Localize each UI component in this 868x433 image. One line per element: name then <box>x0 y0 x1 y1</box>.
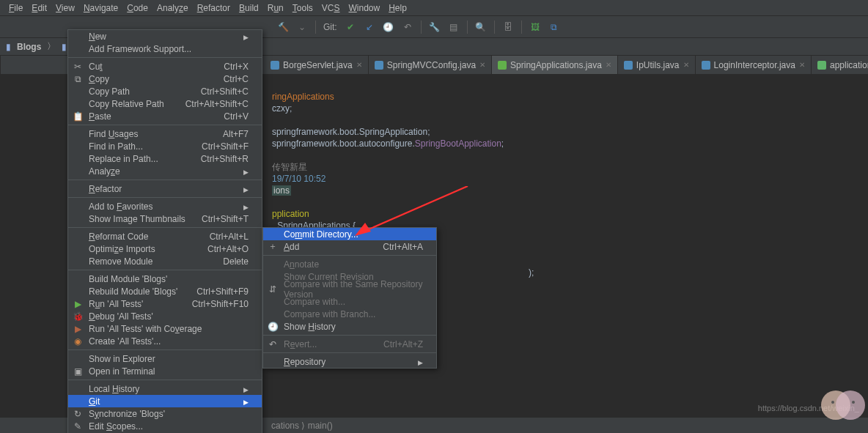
menu-item[interactable]: Build Module 'Blogs' <box>68 273 262 285</box>
structure-icon[interactable]: ▤ <box>448 21 460 33</box>
menu-item[interactable]: Reformat CodeCtrl+Alt+L <box>68 230 262 243</box>
folder-icon: ▮ <box>62 42 67 52</box>
history-icon[interactable]: 🕘 <box>383 21 394 33</box>
menu-item[interactable]: Optimize ImportsCtrl+Alt+O <box>68 243 262 255</box>
menu-navigate[interactable]: Navigate <box>79 3 122 13</box>
menu-shortcut: Ctrl+Alt+L <box>210 232 249 242</box>
down-icon[interactable]: ⌄ <box>296 21 308 33</box>
menu-item[interactable]: Remove ModuleDelete <box>68 255 262 267</box>
menu-shortcut: Alt+F7 <box>223 129 249 139</box>
menu-label: Refactor <box>89 184 122 194</box>
close-icon[interactable]: ✕ <box>683 61 689 69</box>
menu-code[interactable]: Code <box>122 3 152 13</box>
menu-label: Build Module 'Blogs' <box>89 274 167 284</box>
close-icon[interactable]: ✕ <box>606 61 611 69</box>
close-icon[interactable]: ✕ <box>356 61 362 69</box>
menu-item[interactable]: Find in Path...Ctrl+Shift+F <box>68 140 262 152</box>
menu-item[interactable]: ▶Run 'All Tests' with Coverage <box>68 322 262 335</box>
menu-shortcut: Ctrl+Shift+F9 <box>196 286 249 297</box>
menu-run[interactable]: Run <box>263 3 288 13</box>
menu-item[interactable]: Rebuild Module 'Blogs'Ctrl+Shift+F9 <box>68 285 262 297</box>
menu-help[interactable]: Help <box>384 3 411 13</box>
menu-icon: ↶ <box>268 339 278 349</box>
photo-icon[interactable]: 🖼 <box>529 21 541 33</box>
menu-item[interactable]: ▶Run 'All Tests'Ctrl+Shift+F10 <box>68 297 262 310</box>
editor-tab[interactable]: LoginInterceptor.java✕ <box>696 56 812 74</box>
menu-item[interactable]: ＋AddCtrl+Alt+A <box>263 240 436 253</box>
folder-icon: ▮ <box>6 42 11 52</box>
menu-label: Rebuild Module 'Blogs' <box>89 286 177 297</box>
menu-item[interactable]: 🐞Debug 'All Tests' <box>68 310 262 322</box>
menu-item[interactable]: Replace in Path...Ctrl+Shift+R <box>68 152 262 165</box>
menu-item[interactable]: Git▶ <box>68 395 262 407</box>
menu-item[interactable]: ✂CutCtrl+X <box>68 60 262 73</box>
menu-item[interactable]: New▶ <box>68 30 262 42</box>
tab-label: BorgeServlet.java <box>283 60 353 70</box>
menu-icon: 📋 <box>73 111 83 122</box>
submenu-arrow-icon: ▶ <box>243 186 249 193</box>
menu-file[interactable]: FFileile <box>4 3 27 13</box>
menu-item[interactable]: Copy PathCtrl+Shift+C <box>68 85 262 97</box>
menu-refactor[interactable]: Refactor <box>193 3 235 13</box>
menu-vcs[interactable]: VCS <box>317 3 345 13</box>
menu-item[interactable]: ◉Create 'All Tests'... <box>68 335 262 347</box>
menu-analyze[interactable]: Analyze <box>152 3 193 13</box>
menu-edit[interactable]: Edit <box>27 3 51 13</box>
breadcrumb-root[interactable]: Blogs <box>17 42 41 52</box>
menu-item: Annotate <box>263 258 436 270</box>
svg-point-3 <box>836 391 865 420</box>
menu-item[interactable]: Refactor▶ <box>68 182 262 195</box>
menu-icon: ＋ <box>268 240 278 253</box>
menu-item[interactable]: ⧉CopyCtrl+C <box>68 73 262 85</box>
menu-build[interactable]: Build <box>235 3 263 13</box>
menu-icon: ▣ <box>73 366 83 377</box>
menu-item[interactable]: 📋PasteCtrl+V <box>68 110 262 122</box>
menu-item[interactable]: 🕘Show History <box>263 320 436 333</box>
menu-tools[interactable]: Tools <box>288 3 317 13</box>
hammer-icon[interactable]: 🔨 <box>277 21 289 33</box>
menu-item[interactable]: Analyze▶ <box>68 165 262 177</box>
menu-label: Open in Terminal <box>89 366 155 377</box>
menu-item[interactable]: Add to Favorites▶ <box>68 200 262 212</box>
editor-tab[interactable]: SpringApplications.java✕ <box>492 56 618 74</box>
menu-item[interactable]: ▣Open in Terminal <box>68 365 262 377</box>
menu-label: Optimize Imports <box>89 244 155 254</box>
editor-tab[interactable]: application.properties✕ <box>812 56 868 74</box>
menu-item[interactable]: Copy Relative PathCtrl+Alt+Shift+C <box>68 97 262 110</box>
menu-item[interactable]: Find UsagesAlt+F7 <box>68 127 262 140</box>
revert-icon[interactable]: ↶ <box>402 21 413 33</box>
menu-view[interactable]: View <box>51 3 79 13</box>
search-icon[interactable]: 🔍 <box>475 21 487 33</box>
menu-item[interactable]: Show in Explorer <box>68 352 262 365</box>
menu-item: ⇵Compare with the Same Repository Versio… <box>263 283 436 295</box>
menu-label: Debug 'All Tests' <box>89 311 153 322</box>
editor-tab[interactable]: IpUtils.java✕ <box>618 56 696 74</box>
menu-label: Show in Explorer <box>89 354 155 364</box>
diff-icon[interactable]: ⧉ <box>548 21 560 33</box>
menu-icon: ↻ <box>73 409 83 419</box>
status-crumbs[interactable]: cations ⟩ main() <box>271 421 333 431</box>
menu-icon: ✎ <box>73 421 83 432</box>
editor-tab[interactable]: BorgeServlet.java✕ <box>265 56 369 74</box>
menu-item[interactable]: Show Image ThumbnailsCtrl+Shift+T <box>68 212 262 225</box>
menu-item[interactable]: Repository▶ <box>263 355 436 368</box>
close-icon[interactable]: ✕ <box>799 61 805 69</box>
menu-label: Add <box>284 242 299 252</box>
menu-item[interactable]: Add Framework Support... <box>68 42 262 55</box>
menu-shortcut: Ctrl+Alt+A <box>383 242 423 252</box>
context-menu-main: New▶Add Framework Support...✂CutCtrl+X⧉C… <box>67 29 262 433</box>
close-icon[interactable]: ✕ <box>479 61 485 69</box>
menu-item[interactable]: ↻Synchronize 'Blogs' <box>68 407 262 420</box>
check-icon[interactable]: ✔ <box>345 21 356 33</box>
editor-tab[interactable]: SpringMVCConfig.java✕ <box>369 56 492 74</box>
menu-icon: 🐞 <box>73 311 83 322</box>
menu-window[interactable]: Window <box>344 3 384 13</box>
menu-shortcut: Ctrl+Alt+O <box>207 244 249 254</box>
db-icon[interactable]: 🗄 <box>502 21 514 33</box>
menu-item[interactable]: Local History▶ <box>68 382 262 395</box>
git-label: Git: <box>323 22 337 32</box>
wrench-icon[interactable]: 🔧 <box>429 21 441 33</box>
update-icon[interactable]: ↙ <box>364 21 375 33</box>
menu-item[interactable]: Commit Directory... <box>263 228 436 240</box>
menu-item[interactable]: ✎Edit Scopes... <box>68 420 262 432</box>
